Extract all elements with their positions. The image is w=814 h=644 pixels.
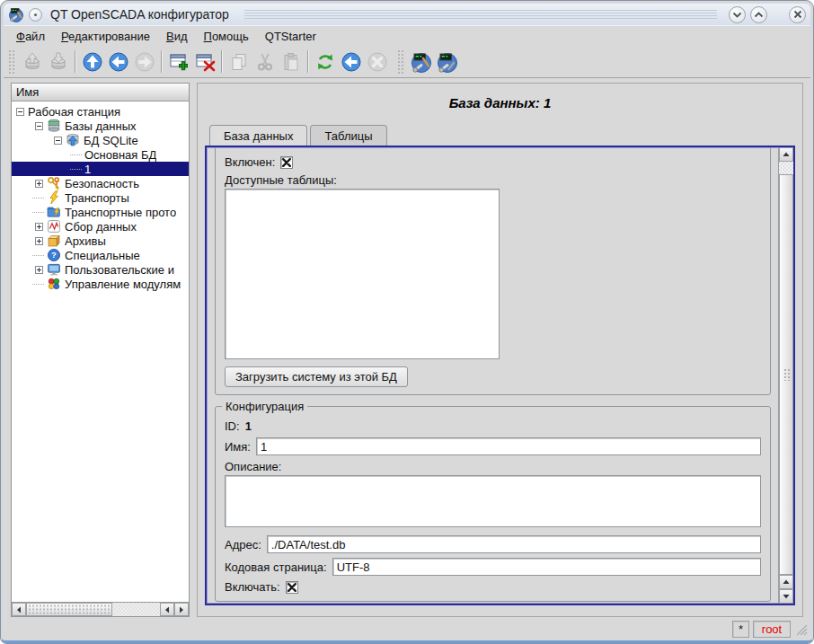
tab-database[interactable]: База данных — [209, 125, 307, 146]
chevron-up-icon — [754, 11, 764, 19]
tree-item-db-sqlite[interactable]: БД SQLite — [12, 133, 189, 147]
enabled-label: Включен: — [225, 155, 275, 169]
qtstarter-config-icon — [410, 50, 433, 74]
titlebar[interactable]: QT OpenSCADA конфигуратор — [4, 4, 810, 25]
scroll-right-button[interactable] — [174, 603, 189, 616]
tree-item-security[interactable]: Безопасность — [12, 176, 189, 190]
enabled-checkbox[interactable] — [280, 156, 293, 169]
chevron-down-icon — [732, 11, 742, 19]
qtstarter-config-button[interactable] — [408, 49, 434, 75]
go-up-button[interactable] — [79, 49, 105, 75]
titlebar-stripes — [244, 10, 717, 20]
menu-view[interactable]: Вид — [158, 28, 196, 45]
stop-icon — [367, 51, 388, 73]
cut-button — [252, 49, 278, 75]
name-input[interactable] — [256, 437, 761, 455]
cut-icon — [254, 51, 276, 73]
start-button[interactable] — [338, 49, 364, 75]
window: QT OpenSCADA конфигуратор Файл Редактиро… — [0, 0, 814, 644]
tree-body: Рабочая станция Базы данных — [12, 101, 189, 602]
protocols-icon — [47, 205, 61, 219]
add-item-icon — [168, 51, 190, 73]
codepage-input[interactable] — [332, 558, 761, 576]
tab-bar: База данных Таблицы — [205, 125, 795, 146]
tree-item-workstation[interactable]: Рабочая станция — [12, 104, 189, 119]
scrollbar-track — [779, 162, 793, 174]
paste-icon — [280, 51, 302, 73]
expander-plus-icon[interactable] — [35, 266, 43, 274]
tab-tables[interactable]: Таблицы — [310, 125, 386, 146]
scrollbar-thumb[interactable] — [779, 174, 793, 575]
copy-button — [226, 49, 252, 75]
toolbar-drag-handle[interactable] — [8, 49, 16, 75]
menu-qtstarter[interactable]: QTStarter — [257, 28, 324, 45]
tree-item-transport-protocols[interactable]: Транспортные прото — [12, 205, 189, 219]
resize-grip[interactable] — [794, 622, 808, 636]
go-forward-icon — [134, 51, 155, 73]
tree-item-1-selected[interactable]: 1 — [12, 162, 189, 176]
menu-help[interactable]: Помощь — [196, 28, 257, 45]
go-back-icon — [108, 51, 129, 73]
expander-minus-icon[interactable] — [54, 137, 62, 145]
svg-text:?: ? — [51, 250, 57, 260]
maximize-button[interactable] — [750, 6, 767, 23]
go-forward-button — [131, 49, 157, 75]
statusbar: * root — [4, 619, 810, 640]
scrollbar-thumb[interactable] — [26, 603, 112, 616]
close-button[interactable] — [789, 6, 806, 23]
address-input[interactable] — [267, 535, 761, 553]
scroll-left-button[interactable] — [12, 603, 26, 616]
delete-item-button[interactable] — [191, 49, 217, 75]
scrollbar-track — [112, 603, 160, 616]
tables-listbox[interactable] — [225, 189, 500, 359]
toolbar-separator — [75, 50, 75, 73]
tree-item-user-interfaces[interactable]: Пользовательские и — [12, 262, 189, 277]
description-textarea[interactable] — [225, 475, 761, 527]
tree-item-archives[interactable]: Архивы — [12, 234, 189, 248]
enable-checkbox[interactable] — [286, 581, 298, 594]
tree-item-special[interactable]: ? Специальные — [12, 248, 189, 262]
expander-minus-icon[interactable] — [16, 108, 24, 116]
enable-label: Включать: — [225, 580, 280, 594]
refresh-button[interactable] — [312, 49, 338, 75]
modified-indicator: * — [732, 621, 749, 638]
tree-item-data-acquisition[interactable]: Сбор данных — [12, 219, 189, 234]
tree-item-transports[interactable]: Транспорты — [12, 190, 189, 205]
group-config: Конфигурация ID: 1 Имя: Описание: — [215, 406, 771, 602]
security-icon — [47, 176, 61, 190]
group-state: Состояние Включен: Доступные таблицы: — [215, 147, 771, 395]
scroll-left-button[interactable] — [160, 603, 174, 616]
tree-item-databases[interactable]: Базы данных — [12, 119, 189, 133]
group-config-title: Конфигурация — [222, 400, 307, 413]
expander-plus-icon[interactable] — [35, 180, 43, 188]
menu-edit[interactable]: Редактирование — [53, 28, 158, 45]
page-title: База данных: 1 — [205, 95, 795, 110]
tree-item-module-management[interactable]: Управление модулям — [12, 277, 189, 291]
load-system-button[interactable]: Загрузить систему из этой БД — [225, 366, 408, 387]
expander-minus-icon[interactable] — [35, 122, 43, 130]
app-icon[interactable] — [8, 6, 24, 22]
go-up-icon — [82, 51, 103, 73]
scroll-up-button[interactable] — [779, 575, 793, 589]
navigation-tree-panel: Имя Рабочая станция Базы данных — [11, 83, 190, 617]
qtstarter-tools-button[interactable] — [434, 49, 460, 75]
tree-header-name[interactable]: Имя — [12, 84, 189, 101]
check-x-icon — [288, 583, 296, 592]
tree-horizontal-scrollbar — [12, 602, 189, 616]
expander-plus-icon[interactable] — [35, 223, 43, 231]
minimize-button[interactable] — [729, 6, 746, 23]
expander-plus-icon[interactable] — [35, 237, 43, 245]
tables-label: Доступные таблицы: — [225, 173, 337, 187]
add-item-button[interactable] — [165, 49, 191, 75]
special-icon: ? — [47, 248, 61, 262]
menu-file[interactable]: Файл — [8, 28, 53, 45]
toolbar-drag-handle[interactable] — [397, 49, 405, 75]
scroll-down-button[interactable] — [779, 589, 793, 604]
main-panel: База данных: 1 База данных Таблицы Состо… — [197, 83, 803, 617]
user-indicator: root — [753, 621, 791, 638]
codepage-label: Кодовая страница: — [225, 560, 327, 574]
scroll-up-button[interactable] — [779, 147, 793, 162]
pin-button[interactable] — [29, 8, 42, 22]
tree-item-main-db[interactable]: Основная БД — [12, 147, 189, 162]
go-back-button[interactable] — [105, 49, 131, 75]
